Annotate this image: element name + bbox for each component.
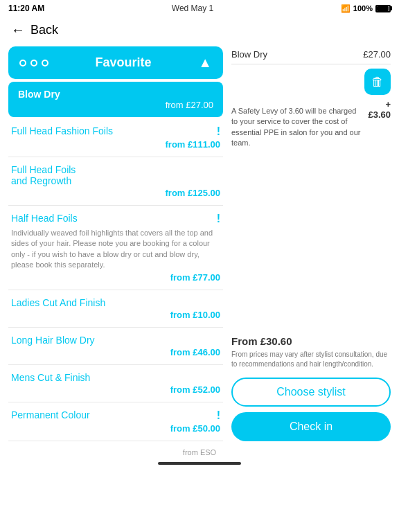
- back-arrow-icon[interactable]: ←: [11, 22, 25, 38]
- battery-label: 100%: [353, 4, 373, 12]
- dot-3: [42, 60, 48, 66]
- service-price-2: from £77.00: [11, 272, 220, 283]
- info-icon-2[interactable]: !: [217, 213, 220, 225]
- favourite-label: Favourite: [48, 55, 198, 70]
- cart-panel: Blow Dry £27.00 🗑 A Safety Levy of 3.60 …: [231, 46, 391, 441]
- check-in-button[interactable]: Check in: [231, 412, 391, 441]
- service-desc-2: Individually weaved foil highlights that…: [11, 228, 220, 271]
- from-total-price: From £30.60: [231, 335, 391, 347]
- service-name-4: Long Hair Blow Dry: [11, 335, 220, 346]
- service-item-2[interactable]: Half Head Foils ! Individually weaved fo…: [8, 206, 223, 290]
- from-total-section: From £30.60 From prices may vary after s…: [231, 324, 391, 441]
- info-icon-6[interactable]: !: [217, 409, 220, 422]
- service-name-3: Ladies Cut And Finish: [11, 297, 220, 308]
- status-date: Wed May 1: [172, 3, 213, 13]
- service-price-3: from £10.00: [11, 310, 220, 320]
- main-content: Favourite ▲ Blow Dry from £27.00 Full He…: [0, 46, 399, 441]
- status-bar: 11:20 AM Wed May 1 📶 100%: [0, 0, 399, 17]
- status-time: 11:20 AM: [8, 3, 44, 13]
- selected-service-blow-dry[interactable]: Blow Dry from £27.00: [8, 82, 223, 117]
- service-price-6: from £50.00: [11, 423, 220, 434]
- service-price-0: from £111.00: [11, 139, 220, 150]
- trash-icon: 🗑: [371, 75, 384, 89]
- service-item-3[interactable]: Ladies Cut And Finish from £10.00: [8, 290, 223, 328]
- footer: from ESO: [0, 441, 399, 468]
- delete-button[interactable]: 🗑: [364, 69, 391, 95]
- choose-stylist-button[interactable]: Choose stylist: [231, 378, 391, 407]
- home-indicator: [158, 462, 241, 465]
- levy-note: A Safety Levy of 3.60 will be charged to…: [231, 106, 364, 149]
- service-name-1: Full Head Foils and Regrowth: [11, 164, 220, 186]
- dot-1: [19, 60, 26, 66]
- service-price-5: from £52.00: [11, 384, 220, 395]
- service-name-6: Permanent Colour: [11, 409, 211, 420]
- service-name-2: Half Head Foils: [11, 213, 211, 224]
- selected-service-name: Blow Dry: [18, 89, 213, 100]
- service-item-6[interactable]: Permanent Colour ! from £50.00: [8, 402, 223, 441]
- wifi-icon: 📶: [341, 4, 351, 13]
- selected-service-price: from £27.00: [18, 100, 213, 110]
- service-price-4: from £46.00: [11, 347, 220, 357]
- service-price-1: from £125.00: [11, 188, 220, 198]
- dot-2: [30, 60, 37, 66]
- cart-item-name: Blow Dry: [231, 49, 267, 60]
- service-name-0: Full Head Fashion Foils: [11, 125, 211, 136]
- cart-item-row: Blow Dry £27.00: [231, 46, 391, 64]
- info-icon-0[interactable]: !: [217, 125, 220, 138]
- service-item-1[interactable]: Full Head Foils and Regrowth from £125.0…: [8, 157, 223, 206]
- status-icons: 📶 100%: [341, 4, 391, 13]
- service-item-4[interactable]: Long Hair Blow Dry from £46.00: [8, 328, 223, 365]
- levy-row: A Safety Levy of 3.60 will be charged to…: [231, 99, 391, 149]
- service-name-5: Mens Cut & Finish: [11, 372, 220, 383]
- favourite-dots: [19, 60, 48, 66]
- service-item-0[interactable]: Full Head Fashion Foils ! from £111.00: [8, 118, 223, 157]
- favourite-banner[interactable]: Favourite ▲: [8, 46, 223, 79]
- header: ← Back: [0, 17, 399, 46]
- levy-charge: + £3.60: [368, 99, 391, 120]
- back-button-label[interactable]: Back: [30, 23, 58, 37]
- chevron-up-icon[interactable]: ▲: [198, 55, 212, 71]
- from-eso-label: from ESO: [183, 448, 216, 456]
- cart-item-price: £27.00: [363, 49, 391, 60]
- services-list: Favourite ▲ Blow Dry from £27.00 Full He…: [8, 46, 223, 441]
- battery-icon: [375, 5, 391, 12]
- from-total-note: From prices may vary after stylist consu…: [231, 350, 391, 369]
- service-item-5[interactable]: Mens Cut & Finish from £52.00: [8, 365, 223, 402]
